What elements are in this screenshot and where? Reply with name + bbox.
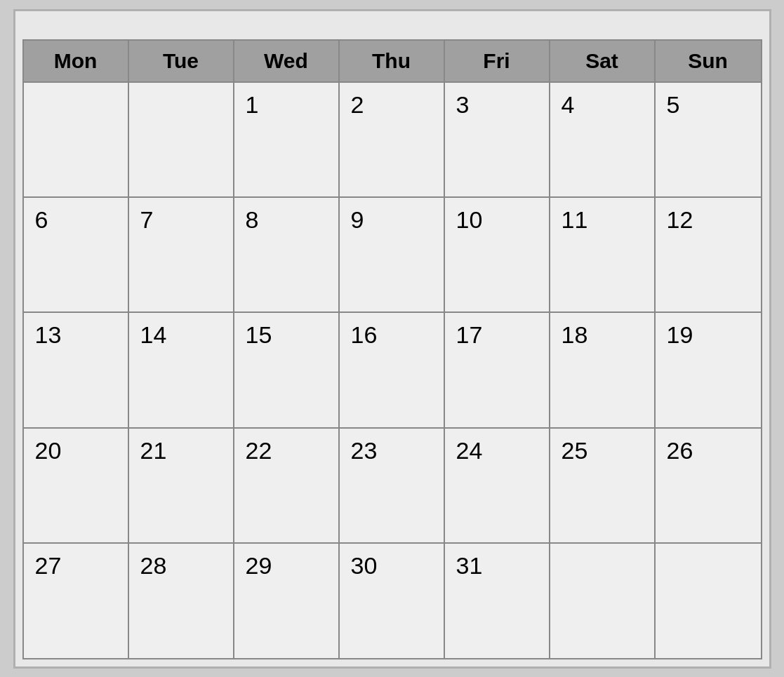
header-cell-fri: Fri xyxy=(445,41,550,81)
header-cell-sun: Sun xyxy=(656,41,761,81)
calendar-row-3: 20212223242526 xyxy=(24,429,761,544)
calendar-cell[interactable]: 20 xyxy=(24,429,129,542)
calendar-cell[interactable]: 3 xyxy=(445,83,550,196)
calendar-cell[interactable]: 17 xyxy=(445,313,550,427)
calendar-cell[interactable]: 9 xyxy=(340,198,445,311)
calendar-cell[interactable]: 29 xyxy=(234,544,340,657)
calendar-grid: MonTueWedThuFriSatSun 123456789101112131… xyxy=(22,39,762,659)
calendar-cell xyxy=(656,544,761,657)
calendar-cell[interactable]: 23 xyxy=(340,429,445,542)
calendar-cell xyxy=(24,83,129,196)
calendar-cell[interactable]: 25 xyxy=(550,429,656,542)
header-cell-thu: Thu xyxy=(340,41,445,81)
calendar-cell[interactable]: 19 xyxy=(656,313,761,427)
calendar-cell[interactable]: 21 xyxy=(129,429,234,542)
calendar-cell[interactable]: 31 xyxy=(445,544,550,657)
calendar-cell[interactable]: 8 xyxy=(234,198,340,311)
calendar-body: 1234567891011121314151617181920212223242… xyxy=(24,83,761,658)
calendar: MonTueWedThuFriSatSun 123456789101112131… xyxy=(13,9,771,669)
header-cell-wed: Wed xyxy=(234,41,340,81)
calendar-cell[interactable]: 26 xyxy=(656,429,761,542)
calendar-cell[interactable]: 22 xyxy=(234,429,340,542)
calendar-cell[interactable]: 15 xyxy=(234,313,340,427)
calendar-cell[interactable]: 6 xyxy=(24,198,129,311)
calendar-header-row: MonTueWedThuFriSatSun xyxy=(24,41,761,83)
calendar-row-4: 2728293031 xyxy=(24,544,761,657)
header-cell-mon: Mon xyxy=(24,41,129,81)
calendar-cell[interactable]: 10 xyxy=(445,198,550,311)
calendar-cell[interactable]: 24 xyxy=(445,429,550,542)
calendar-cell xyxy=(550,544,656,657)
calendar-cell xyxy=(129,83,234,196)
calendar-row-0: 12345 xyxy=(24,83,761,198)
calendar-cell[interactable]: 12 xyxy=(656,198,761,311)
calendar-cell[interactable]: 27 xyxy=(24,544,129,657)
calendar-cell[interactable]: 30 xyxy=(340,544,445,657)
calendar-title xyxy=(22,18,762,39)
calendar-cell[interactable]: 4 xyxy=(550,83,656,196)
calendar-cell[interactable]: 28 xyxy=(129,544,234,657)
calendar-cell[interactable]: 7 xyxy=(129,198,234,311)
calendar-row-1: 6789101112 xyxy=(24,198,761,313)
calendar-cell[interactable]: 11 xyxy=(550,198,656,311)
calendar-cell[interactable]: 16 xyxy=(340,313,445,427)
header-cell-tue: Tue xyxy=(129,41,234,81)
calendar-cell[interactable]: 1 xyxy=(234,83,340,196)
calendar-cell[interactable]: 14 xyxy=(129,313,234,427)
header-cell-sat: Sat xyxy=(550,41,656,81)
calendar-cell[interactable]: 13 xyxy=(24,313,129,427)
calendar-cell[interactable]: 5 xyxy=(656,83,761,196)
calendar-cell[interactable]: 18 xyxy=(550,313,656,427)
calendar-row-2: 13141516171819 xyxy=(24,313,761,428)
calendar-cell[interactable]: 2 xyxy=(340,83,445,196)
